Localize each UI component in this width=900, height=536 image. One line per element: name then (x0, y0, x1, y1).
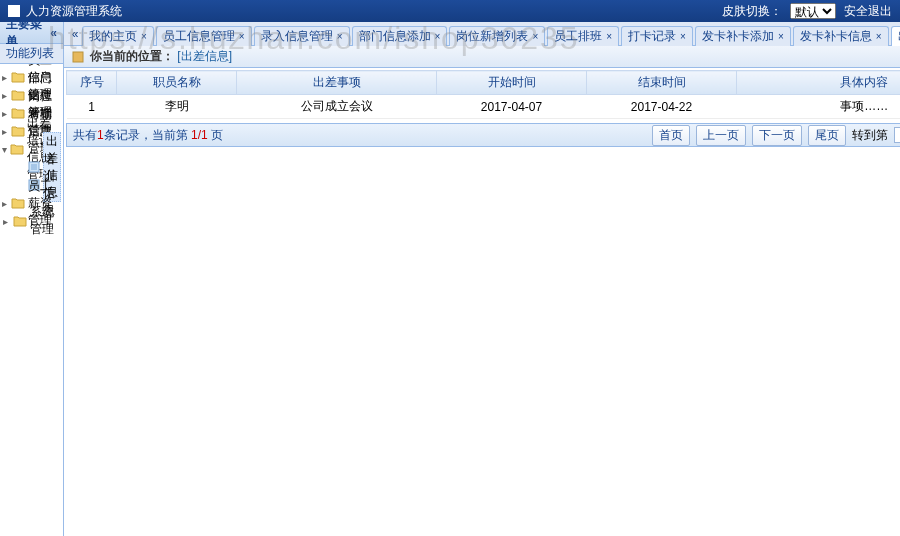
table-row[interactable]: 1李明公司成立会议2017-04-072017-04-22事项…… (67, 95, 901, 119)
tab[interactable]: 出差信息× (891, 26, 900, 46)
tab-close-icon[interactable]: × (778, 31, 784, 42)
tree-toggle-icon[interactable]: ▸ (2, 90, 8, 101)
col-seq: 序号 (67, 71, 117, 95)
breadcrumb-prefix: 你当前的位置： (90, 49, 174, 63)
header-right: 皮肤切换： 默认 安全退出 (722, 3, 892, 20)
cell-detail: 事项…… (737, 95, 901, 119)
location-icon (72, 51, 84, 63)
tab-close-icon[interactable]: × (337, 31, 343, 42)
nav-tree: ▸员工信息管理▸部门信息管理▸岗位新增管理▸考勤信息管理▾出差培训信息管理出差信… (0, 64, 63, 536)
tab[interactable]: 员工信息管理× (156, 26, 252, 46)
tab-close-icon[interactable]: × (876, 31, 882, 42)
logout-link[interactable]: 安全退出 (844, 3, 892, 20)
tab[interactable]: 发卡补卡添加× (695, 26, 791, 46)
tab[interactable]: 发卡补卡信息× (793, 26, 889, 46)
tree-toggle-icon[interactable]: ▾ (2, 144, 7, 155)
col-start: 开始时间 (437, 71, 587, 95)
tab[interactable]: 我的主页× (82, 26, 154, 46)
data-table: 序号 职员名称 出差事项 开始时间 结束时间 具体内容 1李明公司成立会议201… (66, 70, 900, 119)
pager-info: 共有1条记录，当前第 1/1 页 (73, 127, 646, 144)
tree-toggle-icon[interactable]: ▸ (2, 72, 8, 83)
skin-label: 皮肤切换： (722, 3, 782, 20)
pager-prev-button[interactable]: 上一页 (696, 125, 746, 146)
sidebar-header: 主要菜单 « (0, 22, 63, 44)
folder-icon (11, 71, 25, 83)
pager-next-button[interactable]: 下一页 (752, 125, 802, 146)
table-header-row: 序号 职员名称 出差事项 开始时间 结束时间 具体内容 (67, 71, 901, 95)
breadcrumb: 你当前的位置： [出差信息] (64, 46, 900, 68)
tree-toggle-icon[interactable]: ▸ (2, 108, 8, 119)
folder-icon (13, 215, 27, 227)
tab[interactable]: 打卡记录× (621, 26, 693, 46)
tab-close-icon[interactable]: × (141, 31, 147, 42)
tab-label: 员工信息管理 (163, 28, 235, 45)
sidebar-collapse-button[interactable]: « (50, 26, 57, 40)
pager-page-input[interactable] (894, 127, 900, 143)
col-detail: 具体内容 (737, 71, 901, 95)
pager-first-button[interactable]: 首页 (652, 125, 690, 146)
tab-close-icon[interactable]: × (680, 31, 686, 42)
sidebar: 主要菜单 « 功能列表 ▸员工信息管理▸部门信息管理▸岗位新增管理▸考勤信息管理… (0, 22, 64, 536)
cell-end: 2017-04-22 (587, 95, 737, 119)
table-wrap: 序号 职员名称 出差事项 开始时间 结束时间 具体内容 1李明公司成立会议201… (64, 68, 900, 121)
folder-icon (11, 125, 25, 137)
tabs-scroll-left[interactable]: « (68, 24, 82, 44)
pager-jump-label: 转到第 (852, 127, 888, 144)
content-area: « 我的主页×员工信息管理×录入信息管理×部门信息添加×岗位新增列表×员工排班×… (64, 22, 900, 536)
tab-label: 发卡补卡添加 (702, 28, 774, 45)
tab[interactable]: 岗位新增列表× (449, 26, 545, 46)
skin-select[interactable]: 默认 (790, 3, 836, 19)
tree-node-label: 系统管理 (30, 204, 61, 238)
app-header: 人力资源管理系统 皮肤切换： 默认 安全退出 (0, 0, 900, 22)
col-item: 出差事项 (237, 71, 437, 95)
tab-label: 发卡补卡信息 (800, 28, 872, 45)
svg-rect-8 (73, 52, 83, 62)
col-end: 结束时间 (587, 71, 737, 95)
cell-start: 2017-04-07 (437, 95, 587, 119)
tab-label: 员工排班 (554, 28, 602, 45)
folder-icon (10, 143, 24, 155)
tab[interactable]: 部门信息添加× (352, 26, 448, 46)
tab-close-icon[interactable]: × (532, 31, 538, 42)
tab-label: 我的主页 (89, 28, 137, 45)
cell-seq: 1 (67, 95, 117, 119)
tab-close-icon[interactable]: × (435, 31, 441, 42)
table-body: 1李明公司成立会议2017-04-072017-04-22事项…… (67, 95, 901, 119)
tree-toggle-icon[interactable]: ▸ (2, 198, 8, 209)
sidebar-func-list-label: 功能列表 (6, 45, 54, 62)
tab[interactable]: 录入信息管理× (254, 26, 350, 46)
tab-close-icon[interactable]: × (606, 31, 612, 42)
tab-label: 部门信息添加 (359, 28, 431, 45)
tree-node[interactable]: ▸系统管理 (2, 212, 61, 230)
folder-icon (11, 107, 25, 119)
document-icon (28, 161, 40, 173)
tab[interactable]: 员工排班× (547, 26, 619, 46)
tabs-bar: « 我的主页×员工信息管理×录入信息管理×部门信息添加×岗位新增列表×员工排班×… (64, 22, 900, 46)
tab-label: 录入信息管理 (261, 28, 333, 45)
tab-label: 打卡记录 (628, 28, 676, 45)
sidebar-sub-header: 功能列表 (0, 44, 63, 64)
pager-last-button[interactable]: 尾页 (808, 125, 846, 146)
tree-toggle-icon[interactable]: ▸ (2, 216, 10, 227)
tab-label: 岗位新增列表 (456, 28, 528, 45)
breadcrumb-current: [出差信息] (177, 49, 232, 63)
tabs-strip: 我的主页×员工信息管理×录入信息管理×部门信息添加×岗位新增列表×员工排班×打卡… (82, 22, 900, 46)
tree-toggle-icon[interactable]: ▸ (2, 126, 8, 137)
tab-close-icon[interactable]: × (239, 31, 245, 42)
folder-icon (11, 197, 25, 209)
pager: 共有1条记录，当前第 1/1 页 首页 上一页 下一页 尾页 转到第 页 ➥ 转 (66, 123, 900, 147)
col-name: 职员名称 (117, 71, 237, 95)
cell-item: 公司成立会议 (237, 95, 437, 119)
main-layout: 主要菜单 « 功能列表 ▸员工信息管理▸部门信息管理▸岗位新增管理▸考勤信息管理… (0, 22, 900, 536)
cell-name: 李明 (117, 95, 237, 119)
folder-icon (11, 89, 25, 101)
